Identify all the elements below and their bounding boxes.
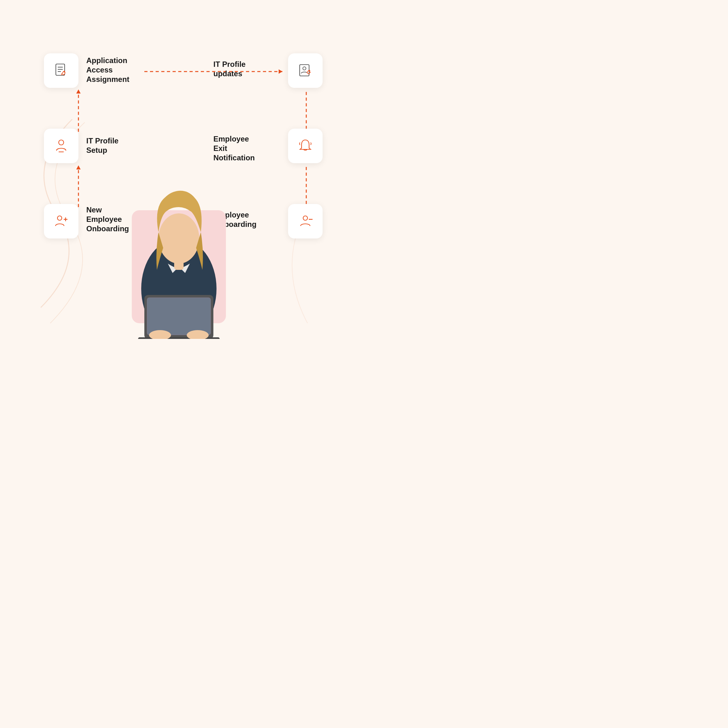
svg-point-22 bbox=[303, 67, 306, 70]
exit-notification-label: EmployeeExitNotification bbox=[213, 134, 255, 162]
person-illustration bbox=[113, 176, 245, 339]
new-employee-card bbox=[44, 204, 78, 239]
svg-rect-29 bbox=[147, 298, 210, 335]
svg-marker-3 bbox=[76, 89, 81, 93]
it-profile-setup-label: IT ProfileSetup bbox=[86, 136, 119, 155]
svg-point-16 bbox=[59, 140, 64, 145]
offboarding-card bbox=[288, 204, 323, 239]
svg-point-26 bbox=[159, 213, 199, 264]
offboarding-icon bbox=[297, 213, 314, 230]
svg-marker-5 bbox=[76, 165, 81, 170]
it-profile-updates-label: IT Profileupdates bbox=[213, 60, 246, 78]
it-profile-setup-icon bbox=[53, 138, 70, 155]
main-container: ApplicationAccessAssignment IT ProfileSe… bbox=[25, 25, 339, 339]
app-access-icon bbox=[53, 62, 70, 80]
new-employee-icon bbox=[53, 213, 70, 230]
it-profile-updates-card bbox=[288, 54, 323, 88]
it-profile-setup-card bbox=[44, 128, 78, 163]
svg-rect-33 bbox=[174, 260, 184, 270]
svg-point-18 bbox=[57, 216, 62, 220]
exit-notification-icon bbox=[297, 138, 314, 155]
app-access-card bbox=[44, 54, 78, 88]
app-access-label: ApplicationAccessAssignment bbox=[86, 56, 129, 84]
exit-notification-card bbox=[288, 128, 323, 163]
svg-point-23 bbox=[303, 216, 307, 220]
it-profile-updates-icon bbox=[297, 62, 314, 80]
svg-rect-30 bbox=[138, 337, 220, 339]
svg-marker-1 bbox=[278, 69, 282, 74]
